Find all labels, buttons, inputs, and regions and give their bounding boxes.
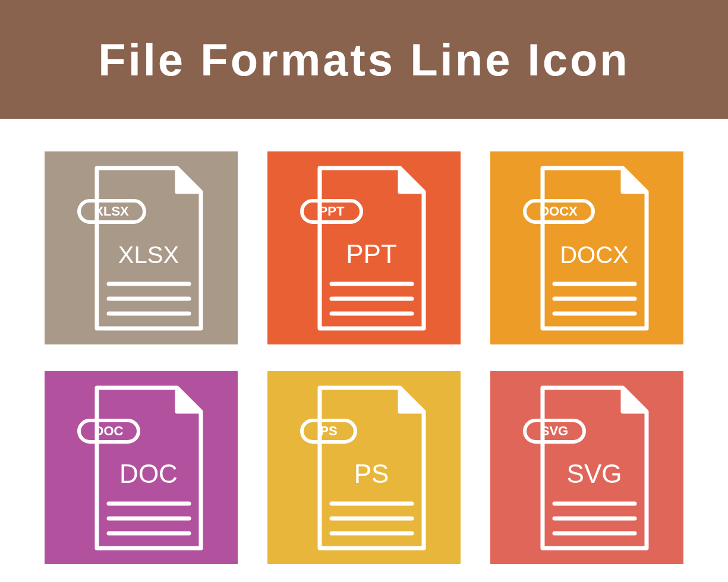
file-tag-label: SVG <box>540 423 568 438</box>
file-tag-label: DOCX <box>540 204 578 219</box>
page-title: File Formats Line Icon <box>98 34 630 86</box>
file-center-label: SVG <box>566 459 622 488</box>
tile-svg: SVG SVG <box>490 371 683 564</box>
file-tag-label: XLSX <box>94 204 129 219</box>
file-tag-label: PPT <box>319 204 344 219</box>
tile-doc: DOC DOC <box>45 371 238 564</box>
tile-ppt: PPT PPT <box>267 151 461 344</box>
file-center-label: DOCX <box>560 242 629 268</box>
file-ppt-icon: PPT PPT <box>299 165 430 331</box>
file-xlsx-icon: XLSX XLSX <box>76 165 207 331</box>
file-doc-icon: DOC DOC <box>76 385 207 551</box>
tile-docx: DOCX DOCX <box>490 151 683 344</box>
file-center-label: PS <box>354 459 389 488</box>
file-center-label: PPT <box>346 239 397 268</box>
file-tag-label: DOC <box>94 423 123 438</box>
file-center-label: DOC <box>119 459 178 488</box>
tile-xlsx: XLSX XLSX <box>45 151 238 344</box>
file-tag-label: PS <box>320 423 337 438</box>
file-center-label: XLSX <box>118 242 178 268</box>
file-docx-icon: DOCX DOCX <box>522 165 653 331</box>
tile-ps: PS PS <box>267 371 461 564</box>
file-svg-icon: SVG SVG <box>522 385 653 551</box>
icon-grid: XLSX XLSX PPT PPT DOCX DOCX <box>0 119 728 564</box>
header-banner: File Formats Line Icon <box>0 0 728 119</box>
file-ps-icon: PS PS <box>299 385 430 551</box>
